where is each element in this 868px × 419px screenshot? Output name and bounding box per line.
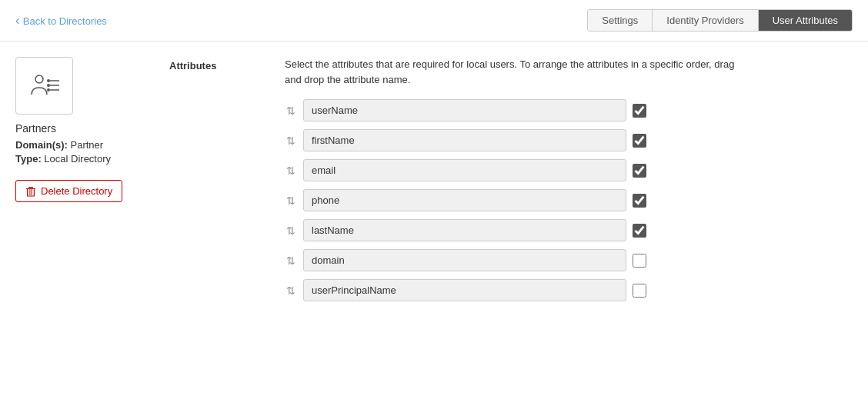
main-content: Partners Domain(s): Partner Type: Local … <box>0 42 868 324</box>
svg-point-5 <box>47 84 50 87</box>
delete-directory-label: Delete Directory <box>41 185 112 197</box>
svg-rect-10 <box>34 189 35 196</box>
svg-rect-13 <box>32 189 32 195</box>
attributes-section-label: Attributes <box>169 60 216 71</box>
attribute-row: ⇅userPrincipalName <box>285 279 853 301</box>
attribute-row: ⇅userName <box>285 99 853 121</box>
svg-rect-8 <box>28 187 33 188</box>
trash-icon <box>25 186 36 197</box>
drag-handle-icon[interactable]: ⇅ <box>285 284 297 297</box>
attribute-row: ⇅firstName <box>285 129 853 151</box>
page-header: Back to Directories Settings Identity Pr… <box>0 0 868 42</box>
attributes-label-col: Attributes <box>169 57 262 309</box>
sidebar: Partners Domain(s): Partner Type: Local … <box>15 57 154 309</box>
drag-handle-icon[interactable]: ⇅ <box>285 254 297 267</box>
attribute-name-field: userPrincipalName <box>303 279 626 301</box>
attribute-row: ⇅domain <box>285 249 853 271</box>
type-label: Type: <box>15 153 42 165</box>
drag-handle-icon[interactable]: ⇅ <box>285 224 297 237</box>
attribute-name-field: email <box>303 159 626 181</box>
attribute-checkbox[interactable] <box>633 104 646 118</box>
drag-handle-icon[interactable]: ⇅ <box>285 135 297 147</box>
domain-value: Partner <box>71 139 104 151</box>
domain-line: Domain(s): Partner <box>15 139 154 151</box>
tab-group: Settings Identity Providers User Attribu… <box>587 9 853 32</box>
directory-name: Partners <box>15 122 154 135</box>
attribute-name-field: userName <box>303 99 626 121</box>
svg-rect-7 <box>26 188 35 189</box>
attribute-checkbox[interactable] <box>633 164 646 178</box>
svg-point-4 <box>47 79 50 82</box>
svg-point-0 <box>35 75 43 83</box>
domain-label: Domain(s): <box>15 139 68 151</box>
svg-rect-9 <box>27 189 28 196</box>
attribute-name-field: domain <box>303 249 626 271</box>
attributes-main: Select the attributes that are required … <box>285 57 853 309</box>
attributes-description: Select the attributes that are required … <box>285 57 746 87</box>
attributes-list: ⇅userName⇅firstName⇅email⇅phone⇅lastName… <box>285 99 853 301</box>
directory-svg-icon <box>25 67 64 105</box>
attribute-checkbox[interactable] <box>633 284 646 298</box>
tab-settings[interactable]: Settings <box>588 10 653 31</box>
attribute-name-field: phone <box>303 189 626 211</box>
attribute-checkbox[interactable] <box>633 224 646 238</box>
tab-user-attributes[interactable]: User Attributes <box>759 10 852 31</box>
content-area: Attributes Select the attributes that ar… <box>169 57 853 309</box>
type-value: Local Directory <box>44 153 111 165</box>
attribute-row: ⇅lastName <box>285 219 853 241</box>
svg-rect-11 <box>27 195 35 196</box>
attribute-name-field: lastName <box>303 219 626 241</box>
attribute-checkbox[interactable] <box>633 194 646 208</box>
attribute-row: ⇅email <box>285 159 853 181</box>
tab-identity-providers[interactable]: Identity Providers <box>653 10 758 31</box>
drag-handle-icon[interactable]: ⇅ <box>285 165 297 177</box>
drag-handle-icon[interactable]: ⇅ <box>285 195 297 207</box>
attribute-checkbox[interactable] <box>633 254 646 268</box>
svg-point-6 <box>47 88 50 91</box>
attribute-name-field: firstName <box>303 129 626 151</box>
attribute-row: ⇅phone <box>285 189 853 211</box>
attribute-checkbox[interactable] <box>633 134 646 148</box>
back-to-directories-link[interactable]: Back to Directories <box>15 14 107 28</box>
delete-directory-button[interactable]: Delete Directory <box>15 180 122 202</box>
drag-handle-icon[interactable]: ⇅ <box>285 105 297 117</box>
svg-rect-12 <box>29 189 30 195</box>
directory-icon <box>15 57 73 115</box>
type-line: Type: Local Directory <box>15 153 154 165</box>
